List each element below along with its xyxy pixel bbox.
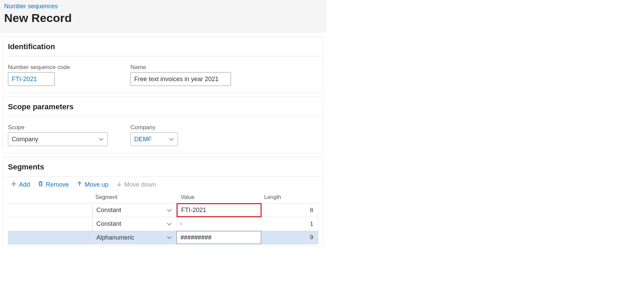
segment-type-cell[interactable]: Alphanumeric — [93, 231, 177, 244]
grid-header: Segment Value Length — [8, 193, 318, 203]
plus-icon — [11, 181, 17, 189]
remove-label: Remove — [46, 181, 69, 188]
breadcrumb-link[interactable]: Number sequences — [4, 3, 58, 10]
segments-panel: Segments Add Remove — [3, 157, 324, 246]
page-title: New Record — [4, 11, 322, 25]
segment-type-cell[interactable]: Constant — [93, 203, 177, 217]
table-row[interactable]: Constant - 1 — [8, 217, 318, 231]
segment-type-value: Constant — [96, 207, 121, 214]
segment-length-cell[interactable]: 9 — [261, 231, 318, 244]
move-up-label: Move up — [85, 181, 108, 188]
chevron-down-icon — [167, 235, 172, 240]
segment-value-cell[interactable] — [177, 231, 261, 244]
company-value: DEMF — [134, 136, 152, 143]
identification-panel: Identification Number sequence code Name — [3, 36, 324, 93]
chevron-down-icon — [98, 136, 104, 142]
row-selector[interactable] — [8, 203, 93, 217]
segment-value-input[interactable] — [177, 231, 261, 244]
move-up-button[interactable]: Move up — [76, 181, 108, 189]
company-select[interactable]: DEMF — [130, 132, 178, 146]
segment-length-cell[interactable]: 1 — [262, 217, 319, 231]
move-down-label: Move down — [124, 181, 156, 188]
arrow-down-icon — [116, 181, 122, 189]
trash-icon — [38, 181, 44, 189]
segment-value: FTI-2021 — [181, 207, 206, 214]
col-segment-header[interactable]: Segment — [93, 194, 177, 200]
name-input[interactable] — [130, 72, 231, 86]
segments-toolbar: Add Remove Move up — [8, 177, 318, 193]
segment-value: - — [180, 220, 182, 228]
chevron-down-icon — [167, 208, 172, 213]
segment-type-cell[interactable]: Constant — [93, 217, 177, 231]
scope-heading[interactable]: Scope parameters — [3, 97, 323, 117]
scope-panel: Scope parameters Scope Company C — [3, 97, 324, 153]
chevron-down-icon — [167, 221, 172, 227]
code-label: Number sequence code — [8, 64, 130, 71]
col-length-header[interactable]: Length — [262, 194, 318, 200]
segment-value-cell[interactable]: - — [177, 217, 261, 231]
identification-heading[interactable]: Identification — [3, 37, 323, 56]
table-row[interactable]: Alphanumeric 9 — [8, 231, 318, 244]
table-row[interactable]: Constant FTI-2021 8 — [8, 203, 318, 217]
segments-grid: Segment Value Length Constant FTI-2021 — [8, 193, 318, 244]
row-selector[interactable] — [8, 217, 93, 231]
add-button[interactable]: Add — [11, 181, 30, 189]
number-sequence-code-input[interactable] — [8, 72, 55, 86]
segments-heading[interactable]: Segments — [3, 157, 323, 177]
segment-type-value: Constant — [96, 220, 121, 228]
remove-button[interactable]: Remove — [38, 181, 69, 189]
segment-length-cell[interactable]: 8 — [262, 203, 318, 217]
segment-type-value: Alphanumeric — [96, 234, 134, 241]
col-value-header[interactable]: Value — [177, 194, 261, 200]
arrow-up-icon — [76, 181, 83, 189]
move-down-button: Move down — [116, 181, 156, 189]
scope-value: Company — [12, 136, 38, 143]
name-label: Name — [130, 64, 268, 71]
scope-label: Scope — [8, 124, 130, 131]
chevron-down-icon — [169, 136, 174, 142]
segment-value-cell[interactable]: FTI-2021 — [177, 203, 261, 217]
row-selector[interactable] — [8, 231, 93, 244]
add-label: Add — [19, 181, 30, 188]
scope-select[interactable]: Company — [8, 132, 108, 146]
company-label: Company — [130, 124, 268, 131]
